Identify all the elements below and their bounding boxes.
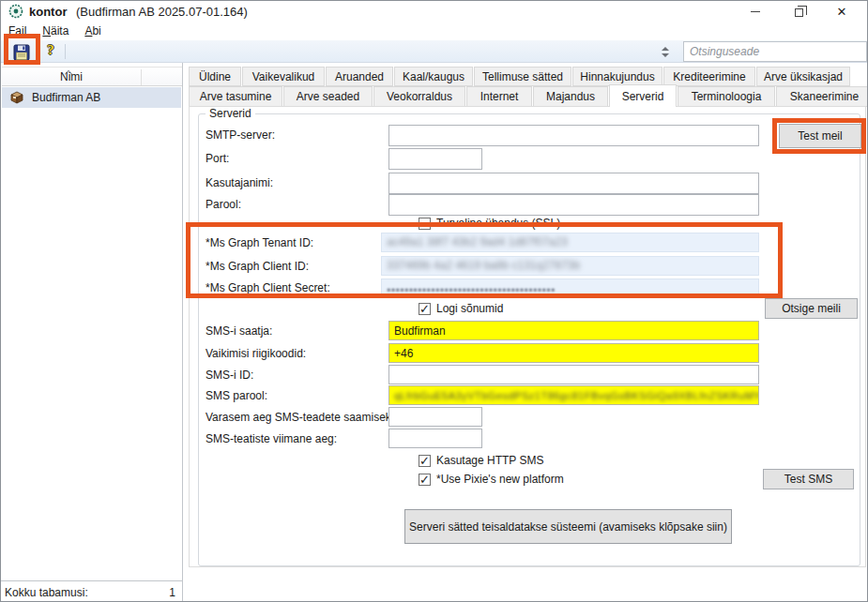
menu-bar: Fail Näita Abi: [1, 22, 867, 40]
migrate-settings-button[interactable]: Serveri sätted teisaldatakse süsteemi (a…: [404, 509, 732, 544]
total-hits-value: 1: [142, 586, 175, 599]
pixie-platform-checkbox-row[interactable]: *Use Pixie's new platform: [419, 473, 564, 486]
tab-hinnakujundus[interactable]: Hinnakujundus: [572, 67, 662, 86]
window-title: kontor: [29, 5, 67, 19]
toolbar-separator: [65, 44, 66, 59]
spinner-up-icon: [662, 47, 669, 51]
minimize-button[interactable]: [734, 1, 777, 22]
tab-arve-uksikasjad[interactable]: Arve üksikasjad: [756, 67, 850, 86]
footer-separator: [1, 580, 182, 581]
toolbar-overflow-spinner[interactable]: [662, 47, 670, 60]
msgraph-secret-label: *Ms Graph Client Secret:: [206, 281, 330, 294]
tab-arve-seaded[interactable]: Arve seaded: [283, 86, 373, 107]
redacted-tenant-value: ac49a1 38f7 43b2 9ad4 1d87f07a23: [387, 235, 568, 248]
title-bar: kontor (Budfirman AB 2025.07-01.164) ✕: [1, 1, 867, 22]
masked-secret-value: ●●●●●●●●●●●●●●●●●●●●●●●●●●●●●●●●●●●●●●: [387, 286, 556, 293]
username-input[interactable]: [388, 173, 759, 194]
ssl-checkbox[interactable]: [419, 218, 431, 230]
restore-button[interactable]: [777, 1, 820, 22]
port-input[interactable]: [388, 148, 482, 170]
application-window: kontor (Budfirman AB 2025.07-01.164) ✕ F…: [0, 0, 868, 602]
window-subtitle: (Budfirman AB 2025.07-01.164): [76, 5, 248, 19]
menu-abi[interactable]: Abi: [84, 23, 109, 39]
help-button[interactable]: ?: [42, 42, 59, 61]
country-codes-input[interactable]: +46: [388, 343, 759, 363]
column-header-nimi[interactable]: Nimi: [2, 70, 141, 83]
tab-uldine[interactable]: Üldine: [189, 67, 241, 86]
tab-aruanded[interactable]: Aruanded: [326, 67, 393, 86]
sms-id-input[interactable]: [388, 365, 759, 384]
http-sms-checkbox[interactable]: [419, 455, 431, 467]
msgraph-secret-input[interactable]: ●●●●●●●●●●●●●●●●●●●●●●●●●●●●●●●●●●●●●●: [381, 278, 759, 296]
password-input[interactable]: [388, 194, 759, 216]
tab-kaal-kaugus[interactable]: Kaal/kaugus: [394, 67, 473, 86]
sms-id-label: SMS-i ID:: [206, 369, 253, 382]
close-button[interactable]: ✕: [820, 1, 863, 22]
country-codes-label: Vaikimisi riigikoodid:: [206, 347, 306, 360]
msgraph-clientid-label: *Ms Graph Client ID:: [206, 260, 309, 273]
msgraph-clientid-input[interactable]: 337469b 4a2 4619 ba8b c131q27873b: [381, 256, 759, 276]
port-label: Port:: [206, 152, 229, 165]
groupbox-title: Serverid: [206, 107, 255, 120]
question-mark-icon: ?: [47, 42, 54, 57]
smtp-label: SMTP-server:: [206, 128, 275, 142]
smtp-input[interactable]: [388, 125, 759, 146]
save-floppy-icon: [13, 44, 30, 61]
log-messages-label: Logi sõnumid: [436, 302, 503, 315]
restore-icon: [795, 8, 803, 17]
latest-sms-label: SMS-teatiste viimane aeg:: [206, 432, 337, 445]
tab-tellimuse-satted[interactable]: Tellimuse sätted: [474, 67, 571, 86]
earliest-sms-label: Varasem aeg SMS-teadete saamiseks:: [206, 411, 400, 424]
redacted-sms-password-value: qLfrbGuE5A3yVTbGesdPSz1T86gc81FBvqGsBKSG…: [394, 390, 759, 401]
tab-internet[interactable]: Internet: [466, 86, 532, 107]
tab-arve-tasumine[interactable]: Arve tasumine: [189, 86, 282, 107]
left-panel-divider: [182, 63, 183, 602]
menu-fail[interactable]: Fail: [8, 23, 35, 39]
close-icon: ✕: [837, 5, 847, 19]
app-icon: [8, 4, 23, 19]
company-book-icon: [9, 90, 24, 105]
sms-password-label: SMS parool:: [206, 389, 267, 402]
password-label: Parool:: [206, 198, 241, 211]
search-input[interactable]: [683, 41, 867, 62]
save-button[interactable]: [11, 43, 32, 61]
column-divider[interactable]: [141, 69, 142, 85]
latest-sms-input[interactable]: [388, 429, 482, 448]
sms-sender-input[interactable]: Budfirman: [388, 321, 759, 340]
username-label: Kasutajanimi:: [206, 176, 273, 189]
sms-password-input[interactable]: qLfrbGuE5A3yVTbGesdPSz1T86gc81FBvqGsBKSG…: [388, 385, 759, 405]
minimize-icon: [751, 11, 760, 12]
tab-row-1: Üldine Vaikevalikud Aruanded Kaal/kaugus…: [189, 67, 851, 86]
spinner-down-icon: [662, 53, 669, 57]
menu-naita[interactable]: Näita: [42, 23, 77, 39]
test-mail-button[interactable]: Test meil: [779, 124, 861, 148]
pixie-platform-label: *Use Pixie's new platform: [436, 473, 564, 486]
sms-sender-label: SMS-i saatja:: [206, 324, 272, 338]
list-item-label: Budfirman AB: [32, 91, 100, 104]
list-item-budfirman[interactable]: Budfirman AB: [2, 87, 181, 108]
earliest-sms-input[interactable]: [388, 407, 482, 427]
http-sms-checkbox-row[interactable]: Kasutage HTTP SMS: [419, 454, 544, 467]
tab-terminoloogia[interactable]: Terminoloogia: [678, 86, 775, 107]
pixie-platform-checkbox[interactable]: [419, 474, 431, 486]
test-sms-button[interactable]: Test SMS: [763, 469, 854, 489]
msgraph-tenant-input[interactable]: ac49a1 38f7 43b2 9ad4 1d87f07a23: [381, 233, 759, 252]
tab-skaneerimine[interactable]: Skaneerimine: [776, 86, 868, 107]
total-hits-label: Kokku tabamusi:: [5, 586, 88, 599]
tab-veokorraldus[interactable]: Veokorraldus: [373, 86, 465, 107]
search-mail-button[interactable]: Otsige meili: [765, 298, 858, 319]
tab-serverid[interactable]: Serverid: [609, 84, 677, 107]
tab-vaikevalikud[interactable]: Vaikevalikud: [242, 67, 325, 86]
msgraph-tenant-label: *Ms Graph Tenant ID:: [206, 236, 313, 249]
log-messages-checkbox-row[interactable]: Logi sõnumid: [419, 302, 503, 315]
http-sms-label: Kasutage HTTP SMS: [436, 454, 544, 467]
tab-row-2: Arve tasumine Arve seaded Veokorraldus I…: [189, 86, 868, 107]
tab-majandus[interactable]: Majandus: [533, 86, 608, 107]
log-messages-checkbox[interactable]: [419, 303, 431, 315]
ssl-checkbox-row[interactable]: Turvaline ühendus (SSL): [419, 217, 560, 230]
list-column-header[interactable]: Nimi: [2, 67, 182, 86]
ssl-checkbox-label: Turvaline ühendus (SSL): [436, 217, 560, 230]
tab-krediteerimine[interactable]: Krediteerimine: [663, 67, 755, 86]
redacted-clientid-value: 337469b 4a2 4619 ba8b c131q27873b: [387, 259, 580, 272]
